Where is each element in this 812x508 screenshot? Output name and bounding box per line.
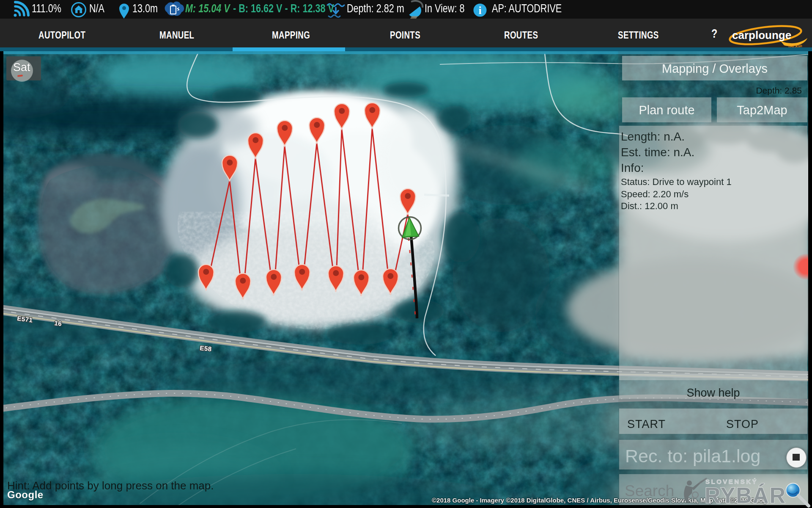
svg-text:carplounge: carplounge: [732, 29, 791, 41]
svg-text:RYBÁR: RYBÁR: [705, 483, 786, 508]
svg-text:16: 16: [54, 319, 63, 327]
svg-text:E58: E58: [200, 344, 212, 353]
svg-text:i: i: [479, 5, 482, 16]
